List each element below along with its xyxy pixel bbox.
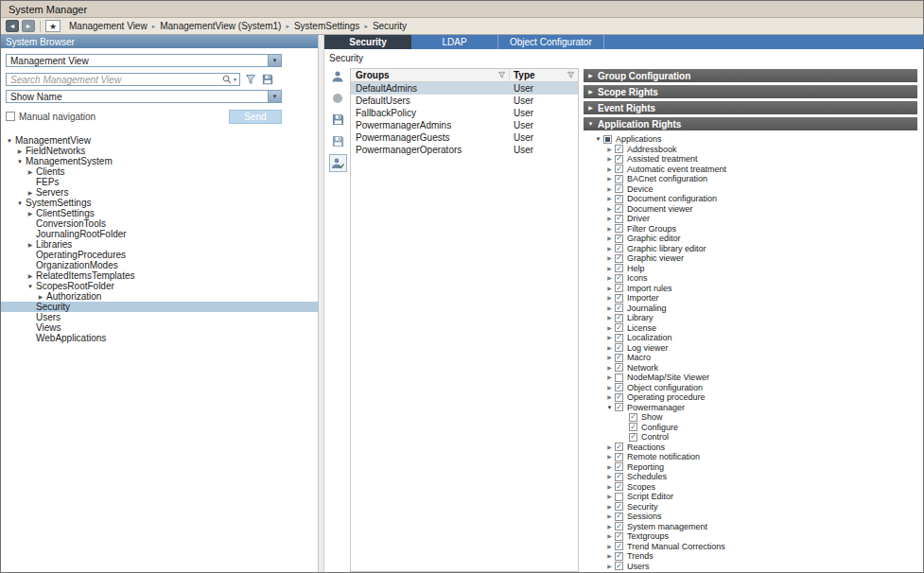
app-item-library[interactable]: ▶✓Library [584,313,917,323]
app-item-textgroups[interactable]: ▶✓Textgroups [584,531,917,542]
checkbox-powermanager[interactable]: ✓ [615,403,623,411]
expander-icon[interactable]: ▶ [604,564,615,569]
checkbox-show[interactable]: ✓ [629,413,637,422]
favorites-button[interactable]: ★ [45,20,61,32]
expander-icon[interactable]: ▶ [604,315,615,321]
expander-icon[interactable]: ▶ [604,305,615,311]
checkbox-operating-procedure[interactable]: ✓ [615,393,623,402]
expander-icon[interactable]: ▶ [604,186,615,192]
checkbox-reporting[interactable]: ✓ [615,462,623,471]
checkbox-security[interactable]: ✓ [615,502,623,511]
app-item-trend-manual-corrections[interactable]: ▶✓Trend Manual Corrections [584,542,917,552]
breadcrumb-item-management-view[interactable]: Management View [69,21,148,31]
checkbox-log-viewer[interactable]: ✓ [615,343,623,352]
checkbox-device[interactable]: ✓ [615,184,623,193]
checkbox-network[interactable]: ✓ [615,363,623,372]
search-input[interactable] [7,74,239,85]
expander-icon[interactable]: ▶ [604,235,615,241]
checkbox-applications[interactable] [603,135,612,144]
checkbox-driver[interactable]: ✓ [615,215,623,223]
app-item-remote-notification[interactable]: ▶✓Remote notification [584,452,917,462]
expander-icon[interactable]: ▶ [604,286,615,291]
app-item-assisted-treatment[interactable]: ▶✓Assisted treatment [584,154,917,165]
expander-icon[interactable]: ▶ [604,255,615,261]
checkbox-library[interactable]: ✓ [615,314,623,322]
checkbox-reactions[interactable]: ✓ [615,443,623,451]
checkbox-importer[interactable]: ✓ [615,294,623,303]
expander-icon[interactable]: ▶ [604,394,615,400]
app-item-driver[interactable]: ▶✓Driver [584,214,917,224]
checkbox-object-configuration[interactable]: ✓ [615,383,623,391]
expander-icon[interactable]: ▶ [604,513,615,519]
add-group-button[interactable] [329,67,347,85]
app-item-graphic-editor[interactable]: ▶✓Graphic editor [584,234,917,244]
send-button[interactable]: Send [229,110,282,124]
checkbox-users[interactable]: ✓ [615,562,623,570]
checkbox-control[interactable]: ✓ [629,433,637,442]
tab-object-configurator[interactable]: Object Configurator [498,35,604,49]
checkbox-remote-notification[interactable]: ✓ [615,453,623,461]
expander-icon[interactable]: ▶ [604,474,615,479]
view-selector[interactable]: Management View ▼ [6,54,282,67]
app-item-importer[interactable]: ▶✓Importer [584,293,917,304]
expander-icon[interactable]: ▶ [604,176,615,182]
filter-button[interactable] [243,74,257,86]
app-item-document-viewer[interactable]: ▶✓Document viewer [584,204,917,215]
checkbox-configure[interactable]: ✓ [629,423,637,431]
checkbox-bacnet-configuration[interactable]: ✓ [615,175,623,183]
app-item-schedules[interactable]: ▶✓Schedules [584,472,917,482]
checkbox-filter-groups[interactable]: ✓ [615,224,623,233]
tree-item-libraries[interactable]: ▶Libraries [1,239,318,250]
checkbox-scopes[interactable]: ✓ [615,482,623,491]
checkbox-system-management[interactable]: ✓ [615,522,623,530]
tree-item-webapplications[interactable]: WebApplications [1,333,318,343]
app-item-journaling[interactable]: ▶✓Journaling [584,304,917,314]
checkbox-script-editor[interactable] [615,493,623,501]
tree-item-servers[interactable]: ▶Servers [1,187,318,198]
expander-icon[interactable]: ▶ [604,553,615,559]
search-options-chevron-icon[interactable]: ▼ [233,77,237,82]
app-item-import-rules[interactable]: ▶✓Import rules [584,284,917,294]
app-item-reactions[interactable]: ▶✓Reactions [584,443,917,453]
group-row-defaultusers[interactable]: DefaultUsersUser [351,95,578,107]
checkbox-localization[interactable]: ✓ [615,334,623,342]
checkbox-graphic-editor[interactable]: ✓ [615,234,623,243]
groups-column-header[interactable]: Groups [356,70,390,80]
app-item-graphic-viewer[interactable]: ▶✓Graphic viewer [584,253,917,264]
expander-icon[interactable]: ▶ [604,385,615,391]
tree-item-authorization[interactable]: ▶Authorization [1,291,318,302]
expander-icon[interactable]: ▶ [36,294,45,300]
checkbox-assisted-treatment[interactable]: ✓ [615,155,623,164]
expander-icon[interactable]: ▶ [604,444,615,450]
tree-item-feps[interactable]: FEPs [1,177,318,187]
save-search-button[interactable] [260,74,274,86]
expander-icon[interactable]: ▶ [604,275,615,281]
app-item-script-editor[interactable]: ▶Script Editor [584,492,917,502]
section-header-event-rights[interactable]: ▶Event Rights [584,101,917,114]
checkbox-textgroups[interactable]: ✓ [615,532,623,541]
group-row-powermanageradmins[interactable]: PowermanagerAdminsUser [351,119,578,131]
manual-navigation-checkbox[interactable] [6,112,15,121]
checkbox-document-viewer[interactable]: ✓ [615,204,623,213]
checkbox-schedules[interactable]: ✓ [615,473,623,481]
expander-icon[interactable]: ▶ [604,335,615,340]
checkbox-icons[interactable]: ✓ [615,274,623,283]
app-item-nodemap-site-viewer[interactable]: ▶NodeMap/Site Viewer [584,373,917,383]
chevron-down-icon[interactable]: ▼ [268,91,281,102]
app-item-help[interactable]: ▶✓Help [584,264,917,274]
app-subitem-show[interactable]: ✓Show [584,412,917,423]
expander-icon[interactable]: ▶ [26,190,35,196]
tab-security[interactable]: Security [324,35,411,49]
expander-icon[interactable]: ▶ [604,216,615,221]
checkbox-sessions[interactable]: ✓ [615,512,623,521]
expander-icon[interactable]: ▼ [15,159,25,165]
app-item-macro[interactable]: ▶✓Macro [584,353,917,363]
expander-icon[interactable]: ▶ [604,494,615,499]
search-icon[interactable] [222,75,232,84]
app-item-operating-procedure[interactable]: ▶✓Operating procedure [584,392,917,403]
app-item-system-management[interactable]: ▶✓System management [584,522,917,532]
checkbox-help[interactable]: ✓ [615,264,623,272]
tree-item-clientsettings[interactable]: ▶ClientSettings [1,208,318,218]
breadcrumb-item-managementview-system1[interactable]: ManagementView (System1) [160,21,281,31]
expander-icon[interactable]: ▶ [604,524,615,530]
